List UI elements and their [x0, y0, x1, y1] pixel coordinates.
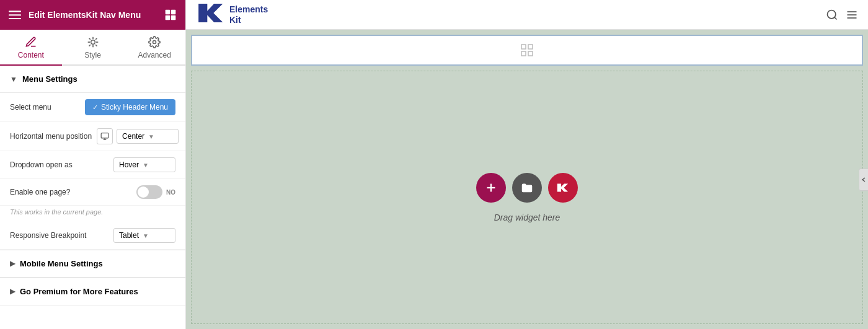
tab-content-label: Content: [18, 51, 44, 59]
menu-settings-title: Menu Settings: [22, 74, 78, 84]
add-widget-button[interactable]: [476, 173, 506, 203]
checkmark-icon: ✓: [92, 103, 98, 112]
responsive-breakpoint-value: Tablet: [119, 231, 139, 240]
svg-line-15: [95, 38, 97, 40]
breakpoint-arrow-icon: ▼: [143, 232, 149, 239]
svg-point-21: [828, 10, 836, 18]
select-menu-field: Select menu ✓ Sticky Header Menu: [0, 93, 185, 122]
content-icon: [25, 36, 37, 48]
dropdown-open-field: Dropdown open as Hover ▼: [0, 151, 185, 179]
style-icon: [87, 36, 99, 48]
ek-button[interactable]: [548, 173, 578, 203]
menu-settings-header[interactable]: ▼ Menu Settings: [0, 66, 185, 93]
right-area: Elements Kit: [186, 0, 868, 329]
tab-style-label: Style: [84, 51, 101, 59]
one-page-toggle-wrap: NO: [136, 185, 175, 199]
svg-rect-6: [171, 15, 176, 20]
panel-title: Edit ElementsKit Nav Menu: [29, 10, 157, 20]
logo-elements: Elements: [229, 4, 268, 15]
horizontal-position-dropdown[interactable]: Center ▼: [117, 129, 179, 144]
left-panel: Edit ElementsKit Nav Menu Content Style: [0, 0, 186, 329]
hamburger-icon: [9, 9, 21, 21]
svg-rect-3: [166, 10, 170, 15]
toggle-knob: [138, 186, 149, 198]
svg-line-10: [89, 38, 90, 40]
svg-rect-0: [9, 11, 21, 12]
preview-top-bar: [191, 35, 863, 66]
tabs-bar: Content Style Advanced: [0, 30, 185, 66]
logo-area: Elements Kit: [196, 1, 268, 29]
ek-logo-mark: [196, 1, 227, 29]
dropdown-arrow-icon: ▼: [148, 133, 154, 140]
svg-marker-20: [198, 4, 223, 22]
tab-style[interactable]: Style: [62, 30, 124, 66]
grid-placeholder-icon: [520, 43, 534, 58]
one-page-label: Enable one page?: [10, 188, 131, 196]
menu-button[interactable]: [846, 9, 858, 21]
svg-line-22: [835, 17, 837, 19]
svg-rect-27: [528, 45, 533, 49]
mobile-menu-settings-label: Mobile Menu Settings: [20, 259, 103, 268]
responsive-breakpoint-field: Responsive Breakpoint Tablet ▼: [0, 222, 185, 250]
svg-marker-32: [557, 183, 568, 191]
preview-container: Drag widget here: [186, 30, 868, 329]
logo-kit: Kit: [229, 15, 268, 25]
tab-content[interactable]: Content: [0, 30, 62, 66]
responsive-breakpoint-label: Responsive Breakpoint: [10, 231, 108, 240]
horizontal-position-field: Horizontal menu position Center ▼: [0, 122, 185, 151]
horizontal-position-value: Center: [122, 132, 144, 141]
ek-logo-text: Elements Kit: [229, 4, 268, 25]
folder-icon: [520, 181, 534, 195]
drag-buttons: [476, 173, 578, 203]
grid-icon: [164, 9, 177, 21]
responsive-breakpoint-dropdown[interactable]: Tablet ▼: [113, 228, 175, 243]
search-button[interactable]: [826, 9, 838, 21]
svg-point-7: [91, 40, 95, 45]
svg-rect-28: [521, 51, 526, 56]
lines-icon: [846, 9, 858, 21]
dropdown-open-arrow-icon: ▼: [143, 162, 149, 169]
drag-text: Drag widget here: [494, 213, 560, 222]
dropdown-open-dropdown[interactable]: Hover ▼: [113, 157, 175, 172]
horizontal-position-label: Horizontal menu position: [10, 132, 92, 141]
top-bar: Edit ElementsKit Nav Menu: [0, 0, 185, 30]
menu-settings-chevron: ▼: [10, 75, 17, 84]
svg-line-14: [89, 45, 90, 46]
ek-logo-svg: [196, 1, 227, 25]
tab-advanced[interactable]: Advanced: [123, 30, 185, 66]
mobile-menu-arrow-icon: ▶: [10, 260, 15, 268]
position-icon-button[interactable]: [97, 128, 113, 144]
ek-logo: Elements Kit: [196, 1, 268, 29]
collapse-icon: [861, 177, 867, 183]
mobile-menu-settings-header[interactable]: ▶ Mobile Menu Settings: [0, 250, 185, 278]
toggle-no-label: NO: [166, 189, 175, 196]
drag-widget-area[interactable]: Drag widget here: [191, 71, 863, 324]
svg-rect-29: [528, 51, 533, 56]
right-header: Elements Kit: [186, 0, 868, 30]
hamburger-button[interactable]: [9, 9, 21, 21]
svg-rect-26: [521, 45, 526, 49]
go-premium-header[interactable]: ▶ Go Premium for More Features: [0, 278, 185, 305]
svg-rect-1: [9, 14, 21, 15]
right-icons: [826, 9, 858, 21]
one-page-help-text: This works in the current page.: [0, 206, 185, 222]
ek-icon: [556, 181, 570, 195]
go-premium-arrow-icon: ▶: [10, 287, 15, 296]
select-menu-label: Select menu: [10, 103, 80, 112]
svg-rect-17: [101, 133, 108, 138]
collapse-sidebar-button[interactable]: [859, 169, 868, 191]
svg-point-16: [153, 41, 156, 44]
plus-icon: [484, 181, 498, 195]
svg-rect-4: [171, 10, 176, 15]
svg-line-11: [95, 45, 97, 46]
grid-button[interactable]: [164, 9, 177, 21]
monitor-icon: [100, 132, 109, 141]
select-menu-button[interactable]: ✓ Sticky Header Menu: [85, 99, 175, 115]
svg-rect-5: [166, 15, 170, 20]
one-page-field: Enable one page? NO: [0, 179, 185, 206]
go-premium-label: Go Premium for More Features: [20, 287, 138, 296]
dropdown-open-value: Hover: [119, 160, 139, 169]
folder-button[interactable]: [512, 173, 542, 203]
svg-rect-2: [9, 18, 21, 19]
one-page-toggle[interactable]: [136, 185, 162, 199]
